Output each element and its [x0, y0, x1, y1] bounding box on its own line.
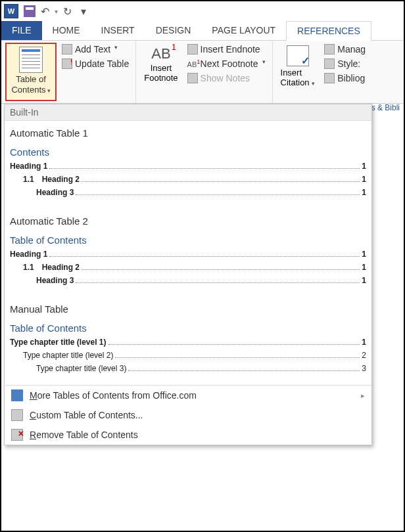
add-text-icon	[62, 44, 72, 55]
remove-toc[interactable]: Remove Table of Contents Remove Table of…	[5, 425, 371, 445]
redo-icon[interactable]: ↻	[63, 5, 72, 18]
next-footnote-button[interactable]: AB1 Next Footnote ▾	[185, 57, 268, 70]
ribbon-tabs: FILE HOME INSERT DESIGN PAGE LAYOUT REFE…	[1, 21, 404, 41]
group-table-of-contents: Table of Contents▾ Add Text ▾ ! Update T…	[1, 41, 136, 103]
toc-gallery: Built-In Automatic Table 1 Contents Head…	[4, 104, 372, 445]
update-table-icon: !	[62, 58, 72, 69]
tab-home[interactable]: HOME	[42, 21, 91, 40]
bibliography-icon	[324, 73, 335, 83]
remove-toc-icon	[11, 429, 23, 441]
toc-line: Heading 31	[10, 188, 366, 197]
footnote-side-buttons: Insert Endnote AB1 Next Footnote ▾ Show …	[185, 43, 268, 101]
preview-auto2[interactable]: Automatic Table 2 Table of Contents Head…	[5, 209, 371, 297]
auto2-heading: Table of Contents	[10, 234, 366, 246]
toc-line: Heading 11	[10, 162, 366, 171]
gallery-header: Built-In	[5, 104, 371, 121]
tab-page-layout[interactable]: PAGE LAYOUT	[201, 21, 286, 40]
toc-icon	[19, 47, 43, 73]
toc-line: 1.1Heading 21	[10, 175, 366, 184]
chevron-right-icon: ▸	[361, 391, 365, 400]
office-online-icon	[11, 389, 23, 401]
style-icon	[324, 58, 335, 69]
update-table-button[interactable]: ! Update Table	[59, 57, 131, 70]
auto1-heading: Contents	[10, 146, 366, 158]
preview-auto1-title: Automatic Table 1	[10, 127, 366, 139]
table-of-contents-button[interactable]: Table of Contents▾	[5, 43, 57, 101]
next-footnote-icon: AB1	[187, 58, 198, 69]
preview-manual-title: Manual Table	[10, 303, 366, 315]
toc-line: 1.1Heading 21	[10, 263, 366, 272]
endnote-icon	[187, 44, 198, 55]
citation-icon	[287, 45, 309, 66]
show-notes-icon	[187, 73, 198, 83]
footnote-ab-icon: AB1	[151, 44, 170, 64]
word-app-icon: W	[4, 4, 18, 18]
bibliography-button[interactable]: Bibliog	[322, 72, 368, 85]
manage-sources-icon	[324, 44, 335, 55]
toc-line: Heading 31	[10, 276, 366, 285]
show-notes-button: Show Notes	[185, 72, 268, 85]
toc-line: Type chapter title (level 2)2	[10, 351, 366, 360]
insert-citation-button[interactable]: Insert Citation ▾	[277, 43, 320, 101]
add-text-button[interactable]: Add Text ▾	[59, 43, 131, 56]
custom-toc[interactable]: Custom Table of Contents... Custom Table…	[5, 405, 371, 425]
manage-sources-button[interactable]: Manag	[322, 43, 368, 56]
tab-file[interactable]: FILE	[1, 21, 42, 40]
citation-side-buttons: Manag Style: Bibliog	[322, 43, 368, 101]
toc-side-buttons: Add Text ▾ ! Update Table	[59, 43, 131, 101]
ribbon: Table of Contents▾ Add Text ▾ ! Update T…	[1, 41, 404, 104]
more-toc-online[interactable]: MMore Tables of Contents from Office.com…	[5, 386, 371, 405]
group-citations: Insert Citation ▾ Manag Style: Bibliog	[273, 41, 373, 103]
custom-toc-icon	[11, 409, 23, 421]
tab-insert[interactable]: INSERT	[91, 21, 145, 40]
style-dropdown[interactable]: Style:	[322, 57, 368, 70]
toc-button-label: Table of Contents▾	[11, 74, 50, 95]
preview-manual[interactable]: Manual Table Table of Contents Type chap…	[5, 297, 371, 385]
insert-endnote-button[interactable]: Insert Endnote	[185, 43, 268, 56]
insert-citation-label: Insert Citation ▾	[281, 68, 316, 87]
toc-line: Type chapter title (level 3)3	[10, 364, 366, 373]
preview-auto1[interactable]: Automatic Table 1 Contents Heading 11 1.…	[5, 121, 371, 209]
tab-design[interactable]: DESIGN	[145, 21, 202, 40]
toc-line: Type chapter title (level 1)1	[10, 338, 366, 347]
save-icon[interactable]	[24, 5, 36, 17]
customize-qat-icon[interactable]: ▾	[81, 5, 86, 18]
insert-footnote-label: Insert Footnote	[144, 64, 178, 83]
group-footnotes: AB1 Insert Footnote Insert Endnote AB1 N…	[136, 41, 272, 103]
toc-line: Heading 11	[10, 250, 366, 259]
undo-dropdown-icon[interactable]: ▾	[55, 8, 58, 15]
preview-auto2-title: Automatic Table 2	[10, 215, 366, 227]
tab-references[interactable]: REFERENCES	[286, 21, 371, 41]
undo-icon[interactable]: ↶	[41, 5, 49, 18]
gallery-footer: MMore Tables of Contents from Office.com…	[5, 385, 371, 445]
manual-heading: Table of Contents	[10, 322, 366, 334]
quick-access-toolbar: W ↶ ▾ ↻ ▾	[1, 1, 404, 21]
insert-footnote-button[interactable]: AB1 Insert Footnote	[140, 43, 181, 101]
